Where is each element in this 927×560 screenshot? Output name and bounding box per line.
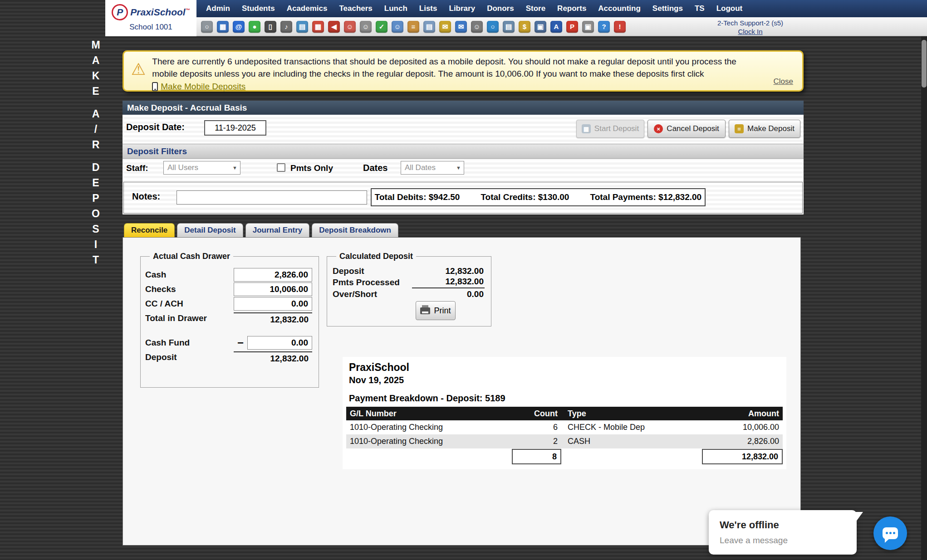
deposit-date-label: Deposit Date:	[126, 122, 185, 132]
dates-select[interactable]: All Dates ▼	[401, 161, 464, 175]
print-button[interactable]: Print	[416, 301, 456, 320]
nav-item-logout[interactable]: Logout	[711, 0, 749, 17]
brand-name: PraxiSchool™	[130, 7, 190, 18]
nav-item-donors[interactable]: Donors	[481, 0, 520, 17]
staff-select[interactable]: All Users ▼	[163, 161, 240, 175]
cc-ach-input[interactable]	[234, 297, 312, 311]
cell-gl: 1010-Operating Checking	[346, 437, 512, 446]
scrollbar-track[interactable]	[921, 36, 927, 560]
pdf-icon[interactable]: P	[566, 21, 578, 33]
people-icon[interactable]: ☺	[392, 21, 403, 33]
user-icon[interactable]: ☺	[471, 21, 483, 33]
cash-fund-input[interactable]	[247, 336, 312, 350]
vertical-page-label: M A K E A / R D E P O S I T	[87, 39, 104, 266]
start-deposit-button[interactable]: ▦ Start Deposit	[576, 120, 644, 138]
warning-text: There are currently 6 undeposited transa…	[152, 56, 748, 88]
speaker-icon[interactable]: ♪	[280, 21, 292, 33]
nav-item-ts[interactable]: TS	[689, 0, 711, 17]
make-deposit-button[interactable]: ≡ Make Deposit	[729, 120, 800, 138]
email-icon[interactable]: @	[233, 21, 245, 33]
side-letter: S	[92, 223, 99, 235]
printer-icon	[420, 307, 430, 314]
tab-reconcile[interactable]: Reconcile	[124, 223, 175, 237]
chat-offline-bubble[interactable]: We're offline Leave a message	[709, 510, 857, 555]
col-amount: Amount	[702, 409, 783, 419]
nav-item-lists[interactable]: Lists	[413, 0, 443, 17]
close-banner-link[interactable]: Close	[774, 77, 793, 86]
side-letter: /	[94, 123, 97, 136]
ledger-icon[interactable]: ▤	[503, 21, 515, 33]
nav-item-settings[interactable]: Settings	[647, 0, 689, 17]
calendar-red-icon[interactable]: ▦	[312, 21, 324, 33]
drawer-deposit-label: Deposit	[145, 352, 177, 362]
lunch-icon[interactable]: ≡	[407, 21, 419, 33]
chevron-down-icon: ▼	[232, 161, 237, 174]
side-letter: A	[92, 54, 100, 67]
tab-deposit-breakdown[interactable]: Deposit Breakdown	[312, 223, 398, 237]
tab-journal-entry[interactable]: Journal Entry	[245, 223, 310, 237]
az-sort-icon[interactable]: A	[550, 21, 562, 33]
table-total-row: 8 12,832.00	[346, 448, 783, 465]
nav-item-admin[interactable]: Admin	[200, 0, 236, 17]
megaphone-icon[interactable]: ◀	[328, 21, 340, 33]
side-letter: T	[93, 254, 99, 266]
deposit-date-input[interactable]	[204, 120, 266, 136]
person-gray-icon[interactable]: ☺	[360, 21, 372, 33]
student-red-icon[interactable]: ☺	[344, 21, 356, 33]
user-name: 2-Tech Support-2 (s5)	[708, 19, 792, 27]
chat-launcher-button[interactable]	[873, 516, 907, 550]
calendar-grid-icon[interactable]: ▦	[217, 21, 229, 33]
report-date: Nov 19, 2025	[349, 375, 404, 385]
cancel-deposit-button[interactable]: × Cancel Deposit	[647, 120, 726, 138]
side-letter: R	[92, 139, 100, 151]
notes-input[interactable]	[177, 190, 367, 205]
side-letter: A	[92, 108, 100, 120]
cell-type: CHECK - Mobile Dep	[561, 423, 702, 432]
envelope-gold-icon[interactable]: ✉	[439, 21, 451, 33]
clock-icon[interactable]: ○	[487, 21, 499, 33]
nav-item-students[interactable]: Students	[236, 0, 281, 17]
side-letter: O	[92, 208, 100, 220]
cash-input[interactable]	[234, 268, 312, 282]
total-credits: Total Credits: $130.00	[481, 192, 569, 202]
id-card-icon[interactable]: ▤	[296, 21, 308, 33]
search-icon[interactable]: ○	[201, 21, 213, 33]
mobile-deposit-warning-banner: ⚠ There are currently 6 undeposited tran…	[123, 50, 804, 92]
alert-icon[interactable]: !	[614, 21, 626, 33]
pmts-only-checkbox[interactable]	[277, 163, 285, 172]
nav-item-accounting[interactable]: Accounting	[592, 0, 647, 17]
tab-detail-deposit[interactable]: Detail Deposit	[177, 223, 243, 237]
scrollbar-thumb[interactable]	[922, 40, 927, 88]
nav-item-reports[interactable]: Reports	[551, 0, 592, 17]
nav-item-lunch[interactable]: Lunch	[378, 0, 413, 17]
cell-count: 2	[512, 437, 561, 446]
checks-label: Checks	[145, 284, 176, 294]
total-in-drawer-value: 12,832.00	[234, 312, 312, 325]
cell-amount: 10,006.00	[702, 423, 783, 432]
money-icon[interactable]: $	[519, 21, 530, 33]
make-mobile-deposits-link[interactable]: Make Mobile Deposits	[161, 81, 245, 93]
minus-sign: −	[237, 336, 244, 349]
send-mail-icon[interactable]: ✉	[455, 21, 467, 33]
help-icon[interactable]: ?	[598, 21, 610, 33]
nav-item-academics[interactable]: Academics	[281, 0, 334, 17]
nav-item-library[interactable]: Library	[443, 0, 481, 17]
printer-blue-icon[interactable]: ▣	[535, 21, 546, 33]
clock-in-link[interactable]: Clock In	[738, 28, 762, 35]
pill-icon[interactable]: ●	[249, 21, 260, 33]
praxischool-logo: P PraxiSchool™	[105, 4, 196, 20]
printer-gray-icon[interactable]: ▣	[582, 21, 594, 33]
clipboard-icon[interactable]: ▤	[423, 21, 435, 33]
cell-amount: 2,826.00	[702, 437, 783, 446]
leaf-icon[interactable]: ✓	[376, 21, 387, 33]
warning-message: There are currently 6 undeposited transa…	[152, 57, 736, 78]
col-count: Count	[512, 409, 561, 419]
cash-fund-label: Cash Fund	[145, 338, 190, 348]
mobile-phone-icon[interactable]: ▯	[265, 21, 276, 33]
page-title: Make Deposit - Accrual Basis	[123, 101, 804, 115]
nav-item-teachers[interactable]: Teachers	[333, 0, 378, 17]
warning-icon: ⚠	[131, 61, 146, 88]
checks-input[interactable]	[234, 282, 312, 296]
chat-prompt: Leave a message	[720, 536, 788, 545]
nav-item-store[interactable]: Store	[520, 0, 551, 17]
